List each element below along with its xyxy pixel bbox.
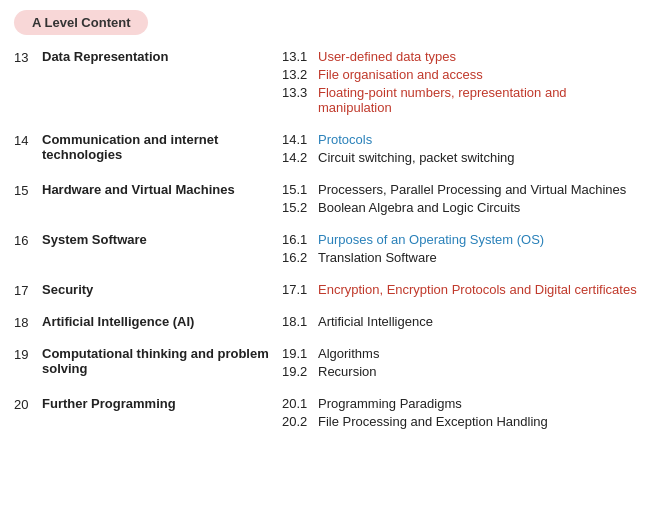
subtopic-row: 17.1Encryption, Encryption Protocols and… [282, 282, 639, 297]
subtopic-label: Circuit switching, packet switching [318, 150, 515, 165]
subtopics-container: 16.1Purposes of an Operating System (OS)… [282, 232, 639, 268]
section-topic: Security [42, 282, 282, 297]
section-row: 17Security17.1Encryption, Encryption Pro… [14, 282, 639, 300]
section-row: 13Data Representation13.1User-defined da… [14, 49, 639, 118]
subtopic-number: 20.2 [282, 414, 318, 429]
subtopic-number: 18.1 [282, 314, 318, 329]
subtopic-label: Artificial Intelligence [318, 314, 433, 329]
subtopics-container: 19.1Algorithms19.2Recursion [282, 346, 639, 382]
subtopic-label: User-defined data types [318, 49, 456, 64]
subtopic-row: 20.1Programming Paradigms [282, 396, 639, 411]
subtopic-number: 15.1 [282, 182, 318, 197]
subtopic-number: 16.2 [282, 250, 318, 265]
subtopic-label: Protocols [318, 132, 372, 147]
subtopic-label: Translation Software [318, 250, 437, 265]
section-row: 18Artificial Intelligence (AI)18.1Artifi… [14, 314, 639, 332]
subtopic-label: File Processing and Exception Handling [318, 414, 548, 429]
section-number: 19 [14, 346, 42, 362]
subtopics-container: 13.1User-defined data types13.2File orga… [282, 49, 639, 118]
subtopic-label: Encryption, Encryption Protocols and Dig… [318, 282, 637, 297]
subtopic-row: 13.2File organisation and access [282, 67, 639, 82]
subtopic-row: 13.1User-defined data types [282, 49, 639, 64]
subtopic-number: 19.1 [282, 346, 318, 361]
subtopic-row: 18.1Artificial Intelligence [282, 314, 639, 329]
subtopic-row: 15.2Boolean Algebra and Logic Circuits [282, 200, 639, 215]
subtopics-container: 17.1Encryption, Encryption Protocols and… [282, 282, 639, 300]
section-row: 20Further Programming20.1Programming Par… [14, 396, 639, 432]
subtopic-row: 19.1Algorithms [282, 346, 639, 361]
subtopic-label: Recursion [318, 364, 377, 379]
section-topic: Hardware and Virtual Machines [42, 182, 282, 197]
subtopic-label: Processers, Parallel Processing and Virt… [318, 182, 626, 197]
section-topic: Artificial Intelligence (AI) [42, 314, 282, 329]
subtopic-number: 16.1 [282, 232, 318, 247]
section-row: 16System Software16.1Purposes of an Oper… [14, 232, 639, 268]
subtopics-container: 18.1Artificial Intelligence [282, 314, 639, 332]
section-topic: Further Programming [42, 396, 282, 411]
section-topic: System Software [42, 232, 282, 247]
subtopic-number: 13.1 [282, 49, 318, 64]
header-badge: A Level Content [14, 10, 148, 35]
section-number: 16 [14, 232, 42, 248]
subtopic-row: 16.2Translation Software [282, 250, 639, 265]
section-number: 17 [14, 282, 42, 298]
subtopic-label: Purposes of an Operating System (OS) [318, 232, 544, 247]
subtopic-row: 16.1Purposes of an Operating System (OS) [282, 232, 639, 247]
subtopic-row: 20.2File Processing and Exception Handli… [282, 414, 639, 429]
subtopic-label: Programming Paradigms [318, 396, 462, 411]
subtopic-label: Floating-point numbers, representation a… [318, 85, 639, 115]
subtopic-number: 20.1 [282, 396, 318, 411]
subtopics-container: 20.1Programming Paradigms20.2File Proces… [282, 396, 639, 432]
subtopic-row: 15.1Processers, Parallel Processing and … [282, 182, 639, 197]
section-topic: Communication and internet technologies [42, 132, 282, 162]
section-number: 14 [14, 132, 42, 148]
subtopic-number: 14.2 [282, 150, 318, 165]
subtopic-number: 14.1 [282, 132, 318, 147]
section-topic: Computational thinking and problem solvi… [42, 346, 282, 376]
section-row: 19Computational thinking and problem sol… [14, 346, 639, 382]
subtopic-row: 13.3Floating-point numbers, representati… [282, 85, 639, 115]
subtopic-label: File organisation and access [318, 67, 483, 82]
section-row: 15Hardware and Virtual Machines15.1Proce… [14, 182, 639, 218]
section-number: 18 [14, 314, 42, 330]
subtopic-row: 19.2Recursion [282, 364, 639, 379]
subtopic-number: 15.2 [282, 200, 318, 215]
subtopic-number: 13.3 [282, 85, 318, 115]
section-topic: Data Representation [42, 49, 282, 64]
section-number: 20 [14, 396, 42, 412]
subtopic-number: 17.1 [282, 282, 318, 297]
subtopics-container: 14.1Protocols14.2Circuit switching, pack… [282, 132, 639, 168]
section-number: 13 [14, 49, 42, 65]
subtopics-container: 15.1Processers, Parallel Processing and … [282, 182, 639, 218]
subtopic-row: 14.1Protocols [282, 132, 639, 147]
subtopic-label: Algorithms [318, 346, 379, 361]
section-row: 14Communication and internet technologie… [14, 132, 639, 168]
section-number: 15 [14, 182, 42, 198]
subtopic-row: 14.2Circuit switching, packet switching [282, 150, 639, 165]
subtopic-number: 13.2 [282, 67, 318, 82]
subtopic-label: Boolean Algebra and Logic Circuits [318, 200, 520, 215]
subtopic-number: 19.2 [282, 364, 318, 379]
content-table: 13Data Representation13.1User-defined da… [14, 49, 639, 432]
